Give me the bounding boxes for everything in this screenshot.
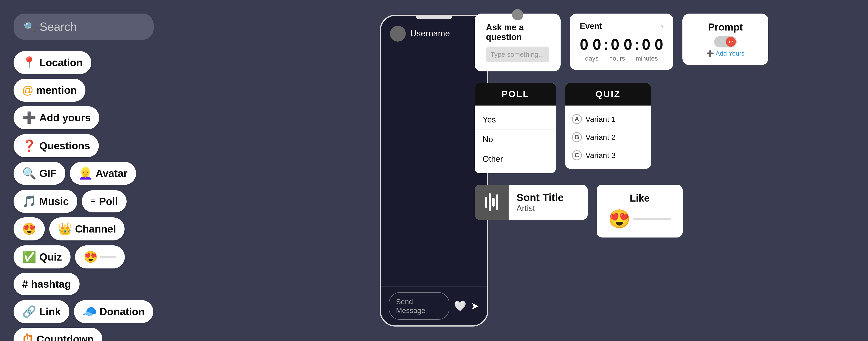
sticker-quiz[interactable]: ✅ Quiz: [13, 245, 70, 269]
music-info: Sont Title Artist: [508, 185, 572, 220]
widgets-row-top: Ask me a question Type something... Even…: [475, 13, 855, 71]
like-slider[interactable]: [633, 218, 671, 220]
countdown-time: 0 0 : 0 0 : 0 0: [580, 35, 663, 53]
quiz-icon: ✅: [22, 250, 36, 264]
countdown-hours: 0 0: [611, 35, 632, 53]
like-emoji-row: 😍: [608, 208, 671, 229]
sticker-link[interactable]: 🔗 Link: [13, 300, 69, 323]
channel-icon: 👑: [58, 222, 72, 236]
poll-option-other[interactable]: Other: [475, 149, 556, 169]
message-placeholder: Send Message: [396, 298, 426, 315]
sticker-gif[interactable]: 🔍 GIF: [13, 162, 65, 185]
sticker-add-yours[interactable]: ➕ Add yours: [13, 106, 99, 129]
sticker-donation[interactable]: 🧢 Donation: [74, 300, 153, 323]
sticker-row-3: 🎵 Music ≡ Poll 😍 👑 Channel: [13, 190, 154, 241]
sticker-panel: 🔍 Search 📍 Location @ mention ➕ Add your…: [13, 13, 154, 341]
sticker-emoji-face[interactable]: 😍: [13, 217, 45, 241]
poll-header: POLL: [475, 83, 556, 105]
heart-icon[interactable]: 🤍: [454, 300, 466, 312]
poll-option-yes[interactable]: Yes: [475, 110, 556, 130]
sticker-emoji-slider[interactable]: 😍: [75, 245, 125, 269]
sticker-quiz-label: Quiz: [39, 251, 62, 263]
countdown-chevron-icon: ›: [661, 22, 663, 31]
phone-avatar: [390, 26, 406, 41]
widget-music: Sont Title Artist: [475, 185, 588, 220]
sticker-location[interactable]: 📍 Location: [13, 51, 91, 74]
prompt-add-yours[interactable]: ➕ Add Yours: [694, 50, 757, 57]
sticker-countdown[interactable]: ⏱ Countdown: [13, 328, 102, 341]
sticker-hashtag[interactable]: # hashtag: [13, 273, 80, 295]
sticker-questions-label: Questions: [39, 140, 90, 152]
phone-notch: [416, 16, 452, 19]
sticker-mention-label: mention: [36, 84, 77, 96]
label-minutes: minutes: [636, 55, 658, 62]
question-input[interactable]: Type something...: [486, 46, 549, 62]
widget-question: Ask me a question Type something...: [475, 13, 561, 71]
countdown-label: Event: [580, 22, 602, 31]
prompt-toggle[interactable]: ↩: [694, 36, 757, 48]
toggle-track[interactable]: ↩: [714, 36, 737, 48]
countdown-minutes: 0 0: [642, 35, 663, 53]
countdown-header: Event ›: [580, 22, 663, 31]
sticker-poll[interactable]: ≡ Poll: [82, 190, 127, 212]
search-label: Search: [39, 20, 77, 33]
send-icon[interactable]: ➤: [471, 300, 479, 312]
message-input[interactable]: Send Message: [389, 292, 450, 320]
add-yours-icon-small: ➕: [706, 50, 715, 57]
widget-quiz: QUIZ A Variant 1 B Variant 2 C Variant 3: [565, 83, 651, 169]
music-bars-icon: [485, 193, 498, 211]
mention-icon: @: [22, 84, 33, 97]
toggle-thumb: ↩: [726, 37, 736, 47]
sticker-add-yours-label: Add yours: [39, 112, 91, 124]
music-thumbnail: [475, 185, 508, 220]
widget-countdown: Event › 0 0 : 0 0 : 0 0 days hours minut…: [569, 13, 673, 70]
sticker-music[interactable]: 🎵 Music: [13, 190, 77, 213]
question-pin: [512, 9, 523, 20]
sticker-row-1: 📍 Location @ mention ➕ Add yours: [13, 51, 154, 129]
sticker-poll-label: Poll: [99, 195, 118, 208]
prompt-title: Prompt: [694, 22, 757, 33]
sticker-music-label: Music: [39, 195, 69, 208]
quiz-circle-b: B: [572, 132, 582, 142]
like-emoji-icon[interactable]: 😍: [608, 208, 631, 229]
phone-username: Username: [410, 29, 450, 38]
sticker-mention[interactable]: @ mention: [13, 79, 86, 102]
sticker-row-2: ❓ Questions 🔍 GIF 👱‍♀️ Avatar: [13, 134, 154, 185]
quiz-options: A Variant 1 B Variant 2 C Variant 3: [565, 105, 651, 169]
poll-options: Yes No Other: [475, 105, 556, 173]
search-bar[interactable]: 🔍 Search: [13, 13, 154, 40]
donation-icon: 🧢: [83, 305, 96, 318]
poll-option-no[interactable]: No: [475, 130, 556, 149]
like-title: Like: [608, 192, 671, 204]
label-hours: hours: [609, 55, 625, 62]
sticker-avatar-label: Avatar: [96, 167, 127, 179]
music-artist: Artist: [517, 204, 564, 213]
quiz-option-b[interactable]: B Variant 2: [572, 128, 644, 146]
emoji-face-icon: 😍: [22, 222, 36, 236]
phone-mockup: Username Send Message 🤍 ➤: [380, 15, 488, 327]
phone-frame: Username Send Message 🤍 ➤: [380, 15, 488, 327]
quiz-option-c-text: Variant 3: [585, 151, 616, 160]
poll-icon: ≡: [90, 196, 96, 207]
countdown-icon: ⏱: [22, 333, 33, 341]
avatar-icon: 👱‍♀️: [79, 167, 92, 180]
sticker-avatar[interactable]: 👱‍♀️ Avatar: [70, 162, 136, 185]
sticker-channel-label: Channel: [75, 223, 116, 235]
sticker-questions[interactable]: ❓ Questions: [13, 134, 99, 157]
widget-prompt: Prompt ↩ ➕ Add Yours: [682, 13, 768, 65]
widgets-row-middle: POLL Yes No Other QUIZ A Variant 1 B Var…: [475, 83, 855, 173]
phone-header: Username: [381, 19, 487, 46]
sticker-location-label: Location: [39, 57, 83, 69]
quiz-option-c[interactable]: C Variant 3: [572, 146, 644, 164]
quiz-circle-a: A: [572, 114, 582, 124]
sticker-channel[interactable]: 👑 Channel: [49, 217, 125, 241]
prompt-add-yours-label: Add Yours: [716, 50, 745, 57]
right-panel: Ask me a question Type something... Even…: [475, 13, 855, 238]
quiz-option-a-text: Variant 1: [585, 115, 616, 124]
widget-like: Like 😍: [597, 185, 683, 238]
gif-icon: 🔍: [22, 167, 36, 180]
music-bar-3: [492, 198, 495, 207]
sticker-countdown-label: Countdown: [37, 333, 94, 341]
questions-icon: ❓: [22, 139, 36, 152]
quiz-option-a[interactable]: A Variant 1: [572, 110, 644, 128]
